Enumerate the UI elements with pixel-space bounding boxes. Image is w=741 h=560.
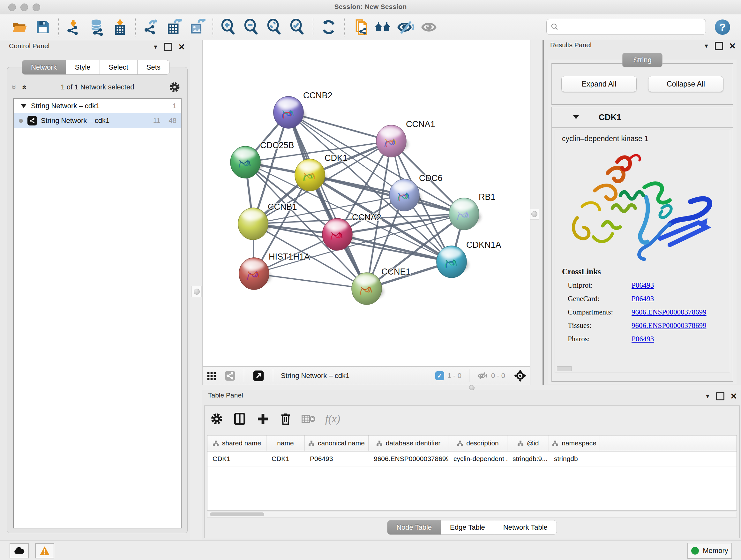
gene-collapse-icon[interactable] <box>573 115 579 119</box>
tab-node-table[interactable]: Node Table <box>387 520 441 535</box>
show-all-button[interactable] <box>420 18 438 37</box>
column-header-shared-name[interactable]: shared name <box>207 435 266 451</box>
right-splitter[interactable] <box>530 40 542 385</box>
network-share-button[interactable] <box>223 367 237 385</box>
tab-string[interactable]: String <box>622 53 663 67</box>
import-table-button[interactable] <box>111 18 129 37</box>
zoom-out-button[interactable] <box>242 18 261 37</box>
crosslink-link[interactable]: 9606.ENSP00000378699 <box>631 308 706 316</box>
show-columns-icon[interactable] <box>232 412 247 426</box>
crosslink-link[interactable]: P06493 <box>631 281 654 290</box>
table-cell[interactable]: stringdb <box>549 451 600 466</box>
table-cell[interactable]: 9606.ENSP00000378699 <box>368 451 448 466</box>
network-canvas[interactable]: CCNB2CCNA1CDC25BCDK1CDC6RB1CCNB1CCNA2CDK… <box>202 40 530 367</box>
selected-checkbox-icon[interactable]: ✓ <box>435 371 444 380</box>
collection-expand-icon[interactable] <box>21 104 26 108</box>
save-session-button[interactable] <box>33 18 52 37</box>
memory-button[interactable]: Memory <box>687 543 732 559</box>
results-hscroll-stub[interactable] <box>557 366 571 371</box>
column-header--id[interactable]: @id <box>508 435 549 451</box>
node-CCNE1[interactable]: CCNE1 <box>352 267 411 305</box>
results-panel-menu-icon[interactable]: ▼ <box>703 43 709 50</box>
apply-layout-button[interactable] <box>320 18 338 37</box>
export-table-button[interactable] <box>165 18 184 37</box>
duplicate-network-button[interactable] <box>351 18 369 37</box>
table-panel-float-icon[interactable] <box>716 392 724 400</box>
table-panel-menu-icon[interactable]: ▼ <box>704 393 711 400</box>
control-panel-float-icon[interactable] <box>164 43 172 51</box>
import-network-from-database-button[interactable] <box>88 18 106 37</box>
warnings-button[interactable] <box>35 543 54 558</box>
network-row[interactable]: String Network – cdk1 11 48 <box>14 113 181 128</box>
crosslink-link[interactable]: P06493 <box>631 335 654 343</box>
table-cell[interactable]: P06493 <box>305 451 368 466</box>
table-cell[interactable]: stringdb:9... <box>508 451 549 466</box>
expand-all-button[interactable]: Expand All <box>561 76 636 92</box>
crosslink-link[interactable]: P06493 <box>631 295 654 303</box>
open-session-button[interactable] <box>10 18 29 37</box>
left-splitter[interactable] <box>190 40 202 540</box>
tab-network-table[interactable]: Network Table <box>494 520 557 535</box>
export-image-button[interactable] <box>188 18 206 37</box>
network-options-gear-icon[interactable] <box>169 81 180 93</box>
table-cell[interactable]: CDK1 <box>207 451 266 466</box>
crosslink-row: GeneCard:P06493 <box>562 295 706 303</box>
import-network-button[interactable] <box>65 18 83 37</box>
delete-table-icon[interactable] <box>301 413 316 425</box>
birdseye-toggle-icon[interactable] <box>514 369 527 382</box>
search-input[interactable] <box>561 22 705 31</box>
hide-selected-button[interactable] <box>397 18 415 37</box>
column-header-name[interactable]: name <box>266 435 305 451</box>
tab-network[interactable]: Network <box>22 60 66 75</box>
gene-section-header[interactable]: CDK1 <box>552 107 733 128</box>
node-CCNA1[interactable]: CCNA1 <box>376 119 435 157</box>
control-panel-close-icon[interactable]: ✕ <box>178 44 185 50</box>
table-panel-close-icon[interactable]: ✕ <box>730 393 737 399</box>
results-scroll-area[interactable]: CDK1 cyclin–dependent kinase 1 <box>551 107 733 382</box>
column-header-canonical-name[interactable]: canonical name <box>305 435 368 451</box>
column-header-database-identifier[interactable]: database identifier <box>368 435 448 451</box>
collapse-all-button[interactable]: Collapse All <box>648 76 724 92</box>
network-graph[interactable]: CCNB2CCNA1CDC25BCDK1CDC6RB1CCNB1CCNA2CDK… <box>203 40 530 366</box>
table-cell[interactable]: CDK1 <box>266 451 305 466</box>
column-header-namespace[interactable]: namespace <box>549 435 600 451</box>
toolbar-search-field[interactable] <box>546 19 706 35</box>
results-panel-float-icon[interactable] <box>715 42 723 50</box>
collapse-all-networks-icon[interactable]: » <box>9 85 19 89</box>
add-column-icon[interactable] <box>256 412 270 426</box>
open-in-window-button[interactable] <box>251 367 266 385</box>
cloud-status-button[interactable] <box>10 543 29 558</box>
birdseye-grid-button[interactable] <box>205 367 219 385</box>
column-header-description[interactable]: description <box>448 435 508 451</box>
tab-edge-table[interactable]: Edge Table <box>441 520 494 535</box>
horizontal-splitter[interactable] <box>202 385 741 390</box>
homes-button[interactable] <box>374 18 392 37</box>
help-button[interactable]: ? <box>715 19 730 35</box>
edge-CCNE1-HIST1H1A[interactable] <box>254 273 367 289</box>
node-CDKN1A[interactable]: CDKN1A <box>436 240 501 278</box>
network-collection-row[interactable]: String Network – cdk1 1 <box>14 99 181 113</box>
tab-select[interactable]: Select <box>100 60 138 75</box>
node-HIST1H1A[interactable]: HIST1H1A <box>239 252 310 290</box>
table-cell[interactable]: cyclin-dependent ... <box>448 451 508 466</box>
zoom-fit-button[interactable] <box>265 18 284 37</box>
delete-column-icon[interactable] <box>279 413 292 425</box>
zoom-in-button[interactable] <box>219 18 238 37</box>
crosslink-link[interactable]: 9606.ENSP00000378699 <box>631 321 706 330</box>
node-CCNB1[interactable]: CCNB1 <box>238 202 297 240</box>
zoom-selected-button[interactable] <box>288 18 307 37</box>
control-panel-menu-icon[interactable]: ▼ <box>152 44 158 51</box>
edge-CCNB2-CCNE1[interactable] <box>288 112 367 289</box>
tab-sets[interactable]: Sets <box>138 60 170 75</box>
function-builder-button[interactable]: f(x) <box>325 413 340 425</box>
table-hscrollbar[interactable] <box>207 512 737 517</box>
table-options-gear-icon[interactable] <box>210 413 223 425</box>
table-row[interactable]: CDK1CDK1P064939606.ENSP00000378699cyclin… <box>207 451 737 466</box>
expand-all-networks-icon[interactable]: » <box>19 85 29 89</box>
results-panel-close-icon[interactable]: ✕ <box>729 43 736 49</box>
tab-style[interactable]: Style <box>66 60 100 75</box>
node-table[interactable]: shared namenamecanonical namedatabase id… <box>207 435 737 510</box>
export-network-button[interactable] <box>142 18 160 37</box>
node-RB1[interactable]: RB1 <box>449 192 495 230</box>
save-floppy-icon <box>35 19 51 35</box>
